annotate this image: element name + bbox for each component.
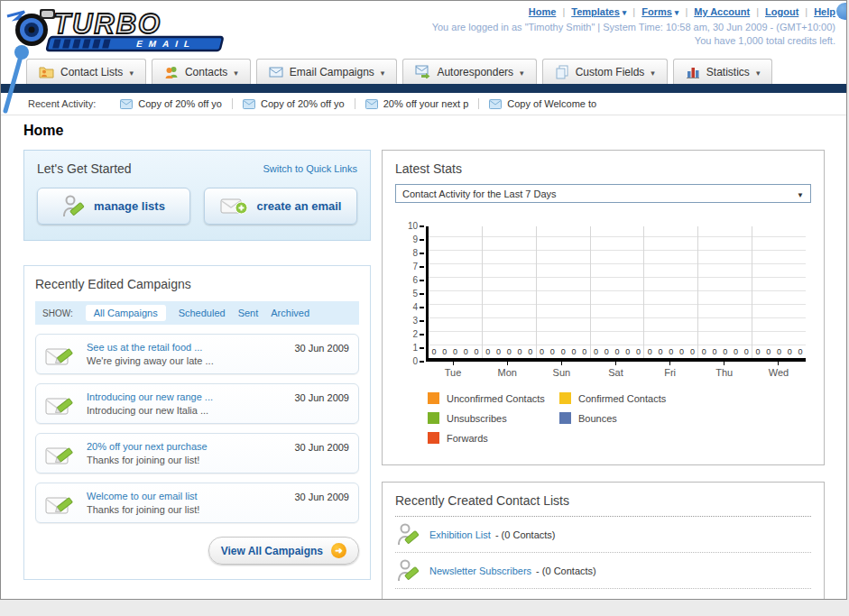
- tab-email-campaigns[interactable]: Email Campaigns: [256, 59, 398, 84]
- chart-y-label: 3: [412, 316, 424, 326]
- tab-autoresponders[interactable]: Autoresponders: [402, 59, 536, 84]
- show-label: SHOW:: [42, 308, 73, 318]
- contact-activity-chart: 109876543210 000000000000000000000000000…: [399, 226, 806, 378]
- nav-help-link[interactable]: Help: [814, 6, 835, 17]
- recent-activity-item[interactable]: 20% off your next p: [355, 98, 479, 109]
- tab-contacts[interactable]: Contacts: [152, 59, 251, 84]
- nav-logout-link[interactable]: Logout: [765, 6, 798, 17]
- tab-contact-lists[interactable]: Contact Lists: [26, 59, 146, 84]
- chart-value: 0: [550, 347, 555, 356]
- campaign-title-link[interactable]: Welcome to our email list: [87, 491, 294, 501]
- filter-archived[interactable]: Archived: [271, 308, 309, 318]
- decorative-pointer: [1, 42, 33, 115]
- contact-list-link[interactable]: Exhibition List: [429, 529, 491, 540]
- campaign-subtitle: Thanks for joining our list!: [87, 504, 294, 515]
- campaign-title-link[interactable]: 20% off your next purchase: [87, 441, 294, 452]
- envelope-pencil-icon: [45, 491, 77, 517]
- campaign-title-link[interactable]: See us at the retail food ...: [87, 342, 294, 353]
- campaign-date: 30 Jun 2009: [294, 343, 349, 354]
- left-column: Let's Get Started Switch to Quick Links …: [23, 150, 371, 580]
- chart-value: 0: [594, 347, 598, 356]
- legend-swatch: [428, 392, 439, 404]
- chart-y-label: 8: [412, 248, 424, 259]
- nav-templates-link[interactable]: Templates: [571, 6, 626, 17]
- envelope-plus-icon: [220, 196, 248, 216]
- chart-plot-groups: 00000000000000000000000000000000000: [429, 226, 806, 358]
- main-content: Home Let's Get Started Switch to Quick L…: [1, 115, 846, 600]
- campaign-item[interactable]: Introducing our new range ... Introducin…: [35, 383, 359, 424]
- dropdown-caret-icon: [381, 66, 385, 78]
- contact-list-item[interactable]: Exhibition List - (0 Contacts): [395, 517, 811, 553]
- filter-sent[interactable]: Sent: [238, 308, 259, 318]
- chart-day-group: 00000: [698, 226, 752, 358]
- filter-all-campaigns[interactable]: All Campaigns: [86, 305, 166, 321]
- create-email-button[interactable]: create an email: [204, 188, 357, 225]
- chart-value: 0: [464, 347, 468, 356]
- login-line: You are logged in as "Timothy Smith" | S…: [432, 21, 835, 34]
- contact-list-link[interactable]: Newsletter Subscribers: [429, 565, 531, 576]
- main-nav-tabs: Contact Lists Contacts Email Campaigns A…: [1, 57, 846, 84]
- chart-plot: 00000000000000000000000000000000000: [426, 226, 806, 362]
- chart-value: 0: [474, 347, 478, 356]
- dropdown-caret-icon: [651, 66, 655, 78]
- chart-value: 0: [734, 347, 738, 356]
- campaign-item[interactable]: See us at the retail food ... We're givi…: [35, 334, 359, 374]
- chart-values-row: 00000: [752, 347, 806, 356]
- logo-title-text: TURBO: [53, 8, 161, 40]
- dropdown-caret-icon: [756, 66, 761, 78]
- legend-label: Unconfirmed Contacts: [447, 393, 545, 404]
- manage-lists-button[interactable]: manage lists: [37, 188, 190, 225]
- turbo-email-logo: TURBO EMAIL: [5, 2, 235, 58]
- tab-statistics[interactable]: Statistics: [673, 59, 773, 84]
- dropdown-caret-icon: [234, 66, 238, 78]
- nav-separator: [556, 6, 571, 17]
- nav-home-link[interactable]: Home: [529, 6, 557, 17]
- chart-value: 0: [442, 347, 447, 356]
- chart-legend: Unconfirmed ContactsConfirmed ContactsUn…: [428, 392, 811, 452]
- campaign-item[interactable]: 20% off your next purchase Thanks for jo…: [35, 433, 359, 473]
- filter-scheduled[interactable]: Scheduled: [179, 308, 226, 318]
- tab-label: Contacts: [185, 66, 227, 78]
- chart-value: 0: [518, 347, 522, 356]
- email-campaigns-icon: [269, 66, 283, 78]
- recent-activity-item[interactable]: Copy of Welcome to: [478, 98, 606, 109]
- mail-icon: [489, 99, 502, 109]
- navy-divider-bar: [1, 84, 846, 93]
- legend-swatch: [559, 392, 571, 404]
- campaign-item[interactable]: Welcome to our email list Thanks for joi…: [35, 483, 359, 523]
- chart-value: 0: [744, 347, 749, 356]
- chart-value: 0: [485, 347, 490, 356]
- nav-my-account-link[interactable]: My Account: [694, 6, 750, 17]
- recent-activity-item-label: 20% off your next p: [383, 98, 469, 109]
- chart-value: 0: [604, 347, 609, 356]
- switch-quick-links-link[interactable]: Switch to Quick Links: [263, 163, 357, 174]
- chart-value: 0: [582, 347, 586, 356]
- chart-value: 0: [636, 347, 641, 356]
- app-window: TURBO EMAIL HomeTemplatesFormsMy Account…: [0, 0, 847, 600]
- contact-list-item[interactable]: Newsletter Subscribers - (0 Contacts): [395, 553, 811, 589]
- recent-activity-item-label: Copy of 20% off yo: [261, 98, 345, 109]
- chart-value: 0: [561, 347, 566, 356]
- chart-day-group: 00000: [644, 226, 698, 358]
- select-arrow-icon: [797, 188, 804, 199]
- chart-value: 0: [702, 347, 706, 356]
- chart-day-group: 00000: [483, 226, 537, 358]
- chart-y-label: 6: [412, 275, 424, 286]
- stats-period-select[interactable]: Contact Activity for the Last 7 Days: [395, 184, 811, 203]
- mail-icon: [365, 99, 378, 109]
- chart-value: 0: [571, 347, 576, 356]
- recent-activity-item[interactable]: Copy of 20% off yo: [110, 98, 232, 109]
- get-started-panel: Let's Get Started Switch to Quick Links …: [23, 150, 371, 241]
- tab-label: Custom Fields: [576, 66, 645, 78]
- nav-forms-link[interactable]: Forms: [641, 6, 678, 17]
- chart-value: 0: [777, 347, 781, 356]
- tab-label: Statistics: [706, 66, 750, 78]
- dropdown-caret-icon: [520, 66, 524, 78]
- contact-lists-icon: [39, 65, 54, 78]
- recent-activity-item[interactable]: Copy of 20% off yo: [232, 98, 355, 109]
- tab-custom-fields[interactable]: Custom Fields: [542, 59, 668, 84]
- view-all-campaigns-button[interactable]: View All Campaigns: [208, 537, 359, 565]
- campaign-title-link[interactable]: Introducing our new range ...: [87, 391, 294, 402]
- chart-value: 0: [648, 347, 652, 356]
- legend-swatch: [428, 432, 439, 444]
